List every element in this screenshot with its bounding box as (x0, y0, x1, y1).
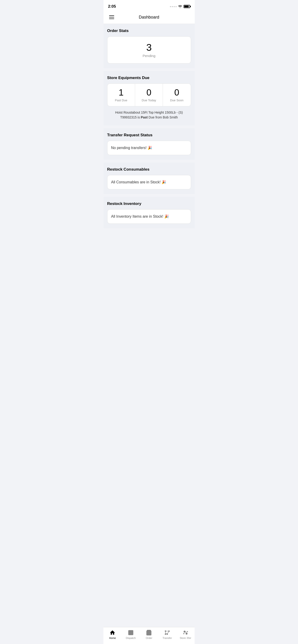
equipment-notice-strong: Past (141, 116, 148, 119)
due-today-count: 0 (137, 88, 161, 98)
due-today-label: Due Today (137, 98, 161, 102)
pending-count: 3 (112, 42, 186, 53)
status-time: 2:05 (108, 4, 116, 9)
app-header: Dashboard (104, 12, 195, 24)
order-stats-card: 3 Pending (107, 36, 191, 64)
due-today-cell: 0 Due Today (135, 84, 163, 106)
status-bar: 2:05 (104, 0, 195, 12)
page-title: Dashboard (139, 15, 159, 20)
past-due-label: Past Due (109, 98, 133, 102)
store-equipments-section: Store Equipments Due 1 Past Due 0 Due To… (104, 71, 195, 126)
equipment-stats-grid: 1 Past Due 0 Due Today 0 Due Soon (107, 84, 191, 106)
past-due-count: 1 (109, 88, 133, 98)
transfer-request-title: Transfer Request Status (107, 133, 191, 138)
due-soon-cell: 0 Due Soon (163, 84, 191, 106)
past-due-cell: 1 Past Due (107, 84, 135, 106)
wifi-icon (178, 5, 182, 8)
restock-inventory-section: Restock Inventory All Inventory Items ar… (104, 197, 195, 228)
restock-inventory-message: All Inventory Items are in Stock! 🎉 (111, 214, 169, 218)
transfer-request-section: Transfer Request Status No pending trans… (104, 128, 195, 160)
restock-consumables-card: All Consumables are in Stock! 🎉 (107, 175, 191, 190)
due-soon-count: 0 (165, 88, 189, 98)
due-soon-label: Due Soon (165, 98, 189, 102)
status-icons (170, 5, 190, 8)
transfer-request-card: No pending transfers! 🎉 (107, 141, 191, 155)
store-equipments-title: Store Equipments Due (107, 76, 191, 80)
main-content: Order Stats 3 Pending Store Equipments D… (104, 24, 195, 247)
restock-consumables-section: Restock Consumables All Consumables are … (104, 162, 195, 194)
signal-icon (170, 6, 177, 7)
restock-inventory-card: All Inventory Items are in Stock! 🎉 (107, 209, 191, 224)
equipment-notice-text2: Due from Bob Smith (148, 116, 178, 119)
order-stats-title: Order Stats (107, 28, 191, 33)
menu-button[interactable] (108, 14, 115, 20)
transfer-request-message: No pending transfers! 🎉 (111, 146, 152, 150)
restock-inventory-title: Restock Inventory (107, 202, 191, 206)
pending-label: Pending (112, 54, 186, 58)
battery-icon (184, 5, 190, 8)
restock-consumables-message: All Consumables are in Stock! 🎉 (111, 180, 166, 184)
restock-consumables-title: Restock Consumables (107, 167, 191, 172)
equipment-notice: Hoist Roustabout 15Ft Top Height 1500Lb … (107, 109, 191, 121)
order-stats-section: Order Stats 3 Pending (104, 24, 195, 68)
